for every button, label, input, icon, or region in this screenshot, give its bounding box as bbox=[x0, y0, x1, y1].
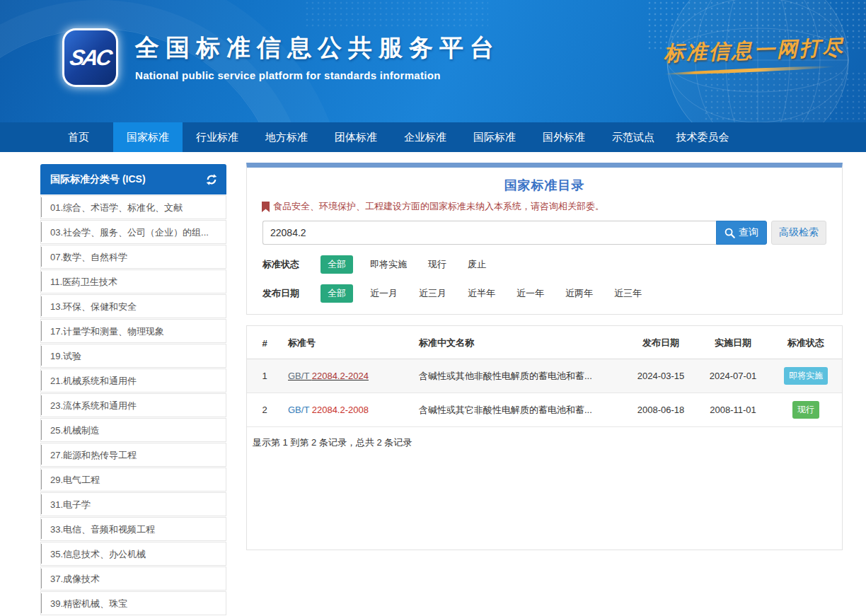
filter-option[interactable]: 近一年 bbox=[516, 287, 544, 300]
content-area: 国际标准分类号 (ICS) 01.综合、术语学、标准化、文献03.社会学、服务、… bbox=[0, 152, 866, 616]
filter-option[interactable]: 全部 bbox=[321, 284, 353, 303]
ics-category-item[interactable]: 07.数学、自然科学 bbox=[40, 245, 226, 269]
notice-text: 食品安全、环境保护、工程建设方面的国家标准未纳入本系统，请咨询相关部委。 bbox=[273, 200, 604, 213]
standard-link[interactable]: GB/T 22084.2-2008 bbox=[288, 405, 369, 415]
main-nav: 首页国家标准行业标准地方标准团体标准企业标准国际标准国外标准示范试点技术委员会 bbox=[0, 122, 866, 152]
ics-category-list: 01.综合、术语学、标准化、文献03.社会学、服务、公司（企业）的组...07.… bbox=[40, 195, 226, 616]
filter-option[interactable]: 近两年 bbox=[565, 287, 593, 300]
results-summary: 显示第 1 到第 2 条记录，总共 2 条记录 bbox=[247, 427, 842, 458]
slogan-banner: 标准信息一网打尽 bbox=[664, 37, 835, 72]
page-title: 国家标准目录 bbox=[247, 177, 842, 194]
nav-item[interactable]: 团体标准 bbox=[321, 122, 391, 152]
filter-label: 发布日期 bbox=[262, 287, 306, 300]
filter-row: 标准状态全部即将实施现行废止 bbox=[262, 255, 826, 274]
column-header: 实施日期 bbox=[696, 326, 770, 359]
column-header: 标准状态 bbox=[770, 326, 842, 359]
ics-category-item[interactable]: 17.计量学和测量、物理现象 bbox=[40, 319, 226, 343]
column-header: 发布日期 bbox=[625, 326, 696, 359]
result-row: 1GB/T 22084.2-2024含碱性或其他非酸性电解质的蓄电池和蓄...2… bbox=[247, 359, 842, 393]
refresh-icon[interactable] bbox=[205, 173, 218, 186]
filter-option[interactable]: 全部 bbox=[321, 255, 353, 274]
notice-bar: 食品安全、环境保护、工程建设方面的国家标准未纳入本系统，请咨询相关部委。 bbox=[262, 200, 827, 213]
publish-date: 2024-03-15 bbox=[625, 359, 696, 393]
table-header-row: #标准号标准中文名称发布日期实施日期标准状态 bbox=[247, 326, 842, 359]
row-index: 2 bbox=[247, 393, 282, 427]
search-bar: 查询 高级检索 bbox=[262, 221, 826, 245]
filter-option[interactable]: 即将实施 bbox=[370, 258, 407, 271]
results-table: #标准号标准中文名称发布日期实施日期标准状态 1GB/T 22084.2-202… bbox=[247, 326, 842, 427]
filter-option[interactable]: 近三月 bbox=[419, 287, 446, 300]
column-header: 标准中文名称 bbox=[413, 326, 625, 359]
nav-item[interactable]: 技术委员会 bbox=[668, 122, 737, 152]
advanced-search-button[interactable]: 高级检索 bbox=[771, 221, 826, 245]
ics-category-item[interactable]: 25.机械制造 bbox=[40, 418, 226, 442]
column-header: # bbox=[247, 326, 282, 359]
filter-row: 发布日期全部近一月近三月近半年近一年近两年近三年 bbox=[262, 284, 826, 303]
bookmark-icon bbox=[262, 202, 270, 212]
row-index: 1 bbox=[247, 359, 282, 393]
nav-item[interactable]: 示范试点 bbox=[599, 122, 668, 152]
slogan-text: 标准信息一网打尽 bbox=[663, 34, 835, 68]
nav-item[interactable]: 地方标准 bbox=[252, 122, 321, 152]
ics-category-item[interactable]: 01.综合、术语学、标准化、文献 bbox=[40, 195, 226, 219]
ics-category-item[interactable]: 19.试验 bbox=[40, 344, 226, 368]
ics-category-item[interactable]: 13.环保、保健和安全 bbox=[40, 294, 226, 318]
filter-option[interactable]: 近一月 bbox=[370, 287, 398, 300]
main-panel: 国家标准目录 食品安全、环境保护、工程建设方面的国家标准未纳入本系统，请咨询相关… bbox=[246, 163, 843, 550]
filters: 标准状态全部即将实施现行废止发布日期全部近一月近三月近半年近一年近两年近三年 bbox=[247, 255, 842, 303]
column-header: 标准号 bbox=[282, 326, 413, 359]
ics-category-item[interactable]: 27.能源和热传导工程 bbox=[40, 443, 226, 467]
results-panel: #标准号标准中文名称发布日期实施日期标准状态 1GB/T 22084.2-202… bbox=[246, 325, 843, 550]
status-badge: 即将实施 bbox=[784, 367, 828, 385]
nav-item[interactable]: 国家标准 bbox=[113, 122, 183, 152]
search-button[interactable]: 查询 bbox=[716, 221, 767, 245]
ics-category-item[interactable]: 29.电气工程 bbox=[40, 467, 226, 492]
sidebar-header: 国际标准分类号 (ICS) bbox=[40, 164, 226, 194]
site-header: SAC 全国标准信息公共服务平台 National public service… bbox=[0, 0, 866, 122]
filter-label: 标准状态 bbox=[262, 258, 306, 271]
nav-item[interactable]: 首页 bbox=[44, 122, 113, 152]
standard-name: 含碱性或其他非酸性电解质的蓄电池和蓄... bbox=[413, 359, 625, 393]
standard-link[interactable]: GB/T 22084.2-2024 bbox=[288, 371, 369, 381]
ics-category-item[interactable]: 33.电信、音频和视频工程 bbox=[40, 517, 226, 541]
sidebar: 国际标准分类号 (ICS) 01.综合、术语学、标准化、文献03.社会学、服务、… bbox=[40, 164, 226, 616]
sac-logo-text: SAC bbox=[68, 45, 112, 71]
filter-option[interactable]: 废止 bbox=[468, 258, 486, 271]
sidebar-title: 国际标准分类号 (ICS) bbox=[50, 173, 146, 186]
nav-item[interactable]: 国际标准 bbox=[460, 122, 529, 152]
page: SAC 全国标准信息公共服务平台 National public service… bbox=[0, 0, 866, 616]
result-row: 2GB/T 22084.2-2008含碱性或其它非酸性电解质的蓄电池和蓄...2… bbox=[247, 393, 842, 427]
implement-date: 2008-11-01 bbox=[696, 393, 770, 427]
search-panel: 国家标准目录 食品安全、环境保护、工程建设方面的国家标准未纳入本系统，请咨询相关… bbox=[246, 163, 843, 315]
ics-category-item[interactable]: 39.精密机械、珠宝 bbox=[40, 591, 226, 615]
status-badge: 现行 bbox=[792, 401, 819, 419]
ics-category-item[interactable]: 35.信息技术、办公机械 bbox=[40, 542, 226, 566]
filter-option[interactable]: 近三年 bbox=[614, 287, 642, 300]
search-input[interactable] bbox=[262, 221, 716, 245]
publish-date: 2008-06-18 bbox=[625, 393, 696, 427]
ics-category-item[interactable]: 21.机械系统和通用件 bbox=[40, 368, 226, 393]
dot-pattern bbox=[304, 0, 488, 28]
implement-date: 2024-07-01 bbox=[696, 359, 770, 393]
site-subtitle: National public service platform for sta… bbox=[135, 69, 500, 81]
search-icon bbox=[724, 228, 735, 238]
ics-category-item[interactable]: 31.电子学 bbox=[40, 492, 226, 516]
nav-item[interactable]: 企业标准 bbox=[391, 122, 460, 152]
ics-category-item[interactable]: 37.成像技术 bbox=[40, 566, 226, 591]
ics-category-item[interactable]: 11.医药卫生技术 bbox=[40, 269, 226, 294]
site-title: 全国标准信息公共服务平台 bbox=[135, 32, 500, 64]
ics-category-item[interactable]: 03.社会学、服务、公司（企业）的组... bbox=[40, 220, 226, 244]
ics-category-item[interactable]: 23.流体系统和通用件 bbox=[40, 393, 226, 417]
sac-logo: SAC bbox=[62, 28, 118, 87]
filter-option[interactable]: 近半年 bbox=[468, 287, 495, 300]
filter-option[interactable]: 现行 bbox=[428, 258, 446, 271]
standard-name: 含碱性或其它非酸性电解质的蓄电池和蓄... bbox=[413, 393, 625, 427]
nav-item[interactable]: 行业标准 bbox=[183, 122, 252, 152]
nav-item[interactable]: 国外标准 bbox=[529, 122, 599, 152]
